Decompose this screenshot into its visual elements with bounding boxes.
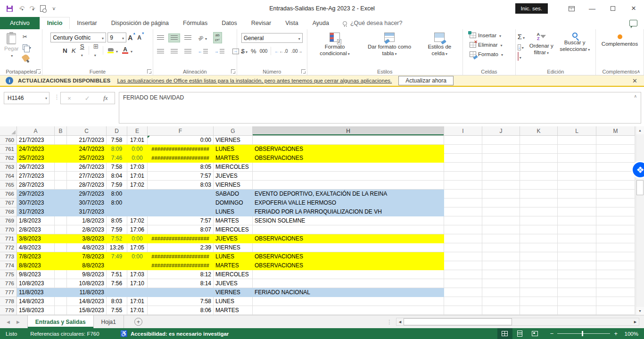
- cell-M773[interactable]: [596, 252, 635, 261]
- cell-E771[interactable]: 0:00: [127, 234, 148, 243]
- row-header-776[interactable]: 776: [0, 279, 17, 288]
- cell-C777[interactable]: 11/8/2023: [67, 288, 107, 297]
- cell-K768[interactable]: [520, 207, 558, 216]
- name-box-dropdown-icon[interactable]: ▾: [45, 96, 47, 100]
- cell-I778[interactable]: [444, 297, 482, 306]
- cell-B760[interactable]: [55, 136, 67, 145]
- cell-K764[interactable]: [520, 172, 558, 181]
- align-left-button[interactable]: [155, 48, 166, 56]
- cell-C768[interactable]: 31/7/2023: [67, 207, 107, 216]
- cell-E760[interactable]: 17:01: [127, 136, 148, 145]
- cell-M774[interactable]: [596, 261, 635, 270]
- cell-D764[interactable]: 8:04: [107, 172, 127, 181]
- cell-C762[interactable]: 25/7/2023: [67, 154, 107, 163]
- horizontal-scrollbar-thumb[interactable]: [404, 318, 512, 325]
- cell-B774[interactable]: [55, 261, 67, 270]
- cell-J779[interactable]: [482, 306, 520, 315]
- row-header-761[interactable]: 761: [0, 145, 17, 154]
- font-color-button[interactable]: A: [122, 47, 128, 54]
- cell-G763[interactable]: MIERCOLES: [214, 163, 253, 172]
- cell-J769[interactable]: [482, 216, 520, 225]
- cell-D765[interactable]: 7:59: [107, 181, 127, 190]
- cell-E761[interactable]: 0:00: [127, 145, 148, 154]
- column-header-J[interactable]: J: [482, 126, 520, 136]
- insert-function-icon[interactable]: fx: [103, 94, 107, 102]
- thousands-button[interactable]: 000: [260, 49, 268, 54]
- cell-C772[interactable]: 4/8/2023: [67, 243, 107, 252]
- cell-C760[interactable]: 21/7/2023: [67, 136, 107, 145]
- cell-K765[interactable]: [520, 181, 558, 190]
- cell-B775[interactable]: [55, 270, 67, 279]
- cell-K778[interactable]: [520, 297, 558, 306]
- cell-L760[interactable]: [558, 136, 596, 145]
- cell-J761[interactable]: [482, 145, 520, 154]
- cell-L773[interactable]: [558, 252, 596, 261]
- cell-M777[interactable]: [596, 288, 635, 297]
- column-header-D[interactable]: D: [107, 126, 127, 136]
- cell-H763[interactable]: [253, 163, 444, 172]
- cell-H767[interactable]: EXPOFERIA VALLE HERMOSO: [253, 198, 444, 207]
- cell-G773[interactable]: LUNES: [214, 252, 253, 261]
- row-header-774[interactable]: 774: [0, 261, 17, 270]
- cell-E776[interactable]: 17:10: [127, 279, 148, 288]
- cell-K766[interactable]: [520, 190, 558, 198]
- cell-E763[interactable]: 17:03: [127, 163, 148, 172]
- cell-G764[interactable]: JUEVES: [214, 172, 253, 181]
- cell-H765[interactable]: [253, 181, 444, 190]
- cell-F776[interactable]: 8:14: [148, 279, 214, 288]
- decrease-font-icon[interactable]: A▼: [137, 34, 145, 41]
- cell-C767[interactable]: 30/7/2023: [67, 198, 107, 207]
- increase-indent-button[interactable]: →: [213, 48, 226, 56]
- cell-D777[interactable]: [107, 288, 127, 297]
- align-top-button[interactable]: [155, 34, 166, 42]
- tell-me-box[interactable]: ¿Qué desea hacer?: [343, 17, 403, 29]
- cell-L778[interactable]: [558, 297, 596, 306]
- font-dialog-launcher[interactable]: [147, 69, 151, 74]
- redo-button[interactable]: ↷: [30, 4, 34, 13]
- cell-I765[interactable]: [444, 181, 482, 190]
- cell-G778[interactable]: LUNES: [214, 297, 253, 306]
- cell-K777[interactable]: [520, 288, 558, 297]
- row-header-763[interactable]: 763: [0, 163, 17, 172]
- cell-E762[interactable]: 0:00: [127, 154, 148, 163]
- cell-D767[interactable]: 8:00: [107, 198, 127, 207]
- copy-button[interactable]: [21, 43, 33, 51]
- cell-K771[interactable]: [520, 234, 558, 243]
- decrease-indent-button[interactable]: ←: [196, 48, 210, 56]
- cell-M764[interactable]: [596, 172, 635, 181]
- cell-G771[interactable]: JUEVES: [214, 234, 253, 243]
- cell-I779[interactable]: [444, 306, 482, 315]
- cell-L774[interactable]: [558, 261, 596, 270]
- cell-D768[interactable]: [107, 207, 127, 216]
- accessibility-status[interactable]: ♿ Accesibilidad: es necesario investigar: [120, 330, 229, 337]
- cell-M760[interactable]: [596, 136, 635, 145]
- row-header-772[interactable]: 772: [0, 243, 17, 252]
- align-middle-button[interactable]: [169, 34, 180, 42]
- cell-J767[interactable]: [482, 198, 520, 207]
- cell-C764[interactable]: 27/7/2023: [67, 172, 107, 181]
- cell-M771[interactable]: [596, 234, 635, 243]
- cell-L764[interactable]: [558, 172, 596, 181]
- vertical-scrollbar-thumb[interactable]: [636, 180, 644, 195]
- ribbon-tab-archivo[interactable]: Archivo: [0, 17, 40, 29]
- row-header-764[interactable]: 764: [0, 172, 17, 181]
- cell-C773[interactable]: 7/8/2023: [67, 252, 107, 261]
- cell-E775[interactable]: 17:03: [127, 270, 148, 279]
- cell-D766[interactable]: 8:00: [107, 190, 127, 198]
- cell-styles-button[interactable]: Estilos de celda: [419, 31, 461, 59]
- paste-button[interactable]: Pegar: [2, 32, 21, 61]
- cell-A773[interactable]: 7/8/2023: [17, 252, 55, 261]
- zoom-in-icon[interactable]: +: [614, 330, 618, 337]
- autosum-button[interactable]: Σ: [518, 33, 525, 41]
- italic-button[interactable]: K: [72, 47, 76, 54]
- format-as-table-button[interactable]: Dar formato como tabla: [361, 31, 419, 59]
- cell-C769[interactable]: 1/8/2023: [67, 216, 107, 225]
- column-header-E[interactable]: E: [127, 126, 148, 136]
- row-header-777[interactable]: 777: [0, 288, 17, 297]
- cell-H768[interactable]: FERIADO POR LA PARROQUIALIZACION DE VH: [253, 207, 444, 216]
- underline-button[interactable]: S: [80, 43, 84, 58]
- cell-K775[interactable]: [520, 270, 558, 279]
- cell-L776[interactable]: [558, 279, 596, 288]
- column-header-G[interactable]: G: [214, 126, 253, 136]
- cell-B776[interactable]: [55, 279, 67, 288]
